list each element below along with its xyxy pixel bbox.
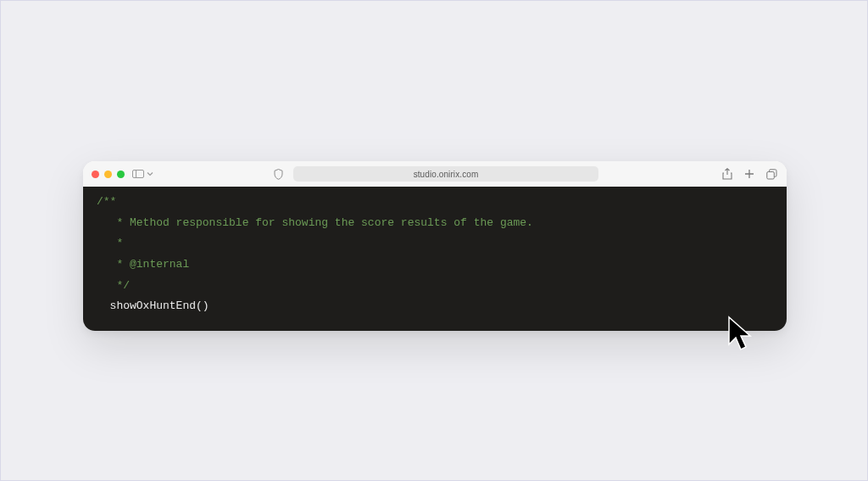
comment-line: * bbox=[97, 233, 773, 254]
comment-line: /** bbox=[97, 192, 773, 213]
titlebar-right-icons bbox=[721, 167, 778, 181]
privacy-shield-icon[interactable] bbox=[271, 167, 285, 181]
address-url-text: studio.onirix.com bbox=[414, 170, 479, 179]
code-editor[interactable]: /** * Method responsible for showing the… bbox=[83, 187, 787, 331]
sidebar-toggle-button[interactable] bbox=[131, 167, 153, 181]
code-call-line: showOxHuntEnd() bbox=[97, 296, 773, 317]
fullscreen-window-button[interactable] bbox=[117, 171, 125, 178]
address-area: studio.onirix.com bbox=[271, 166, 598, 182]
share-icon[interactable] bbox=[721, 167, 734, 181]
svg-rect-0 bbox=[133, 171, 144, 178]
close-window-button[interactable] bbox=[92, 171, 99, 178]
sidebar-icon bbox=[131, 167, 145, 181]
new-tab-icon[interactable] bbox=[743, 167, 756, 181]
address-bar[interactable]: studio.onirix.com bbox=[293, 166, 598, 182]
tab-overview-icon[interactable] bbox=[765, 167, 778, 181]
comment-line: * @internal bbox=[97, 254, 773, 276]
svg-rect-5 bbox=[766, 171, 774, 179]
comment-line: */ bbox=[97, 276, 773, 297]
traffic-lights bbox=[92, 171, 125, 178]
browser-window: studio.onirix.com bbox=[83, 161, 787, 331]
browser-titlebar: studio.onirix.com bbox=[83, 161, 787, 187]
minimize-window-button[interactable] bbox=[104, 171, 112, 178]
comment-line: * Method responsible for showing the sco… bbox=[97, 213, 773, 234]
chevron-down-icon bbox=[147, 167, 153, 181]
